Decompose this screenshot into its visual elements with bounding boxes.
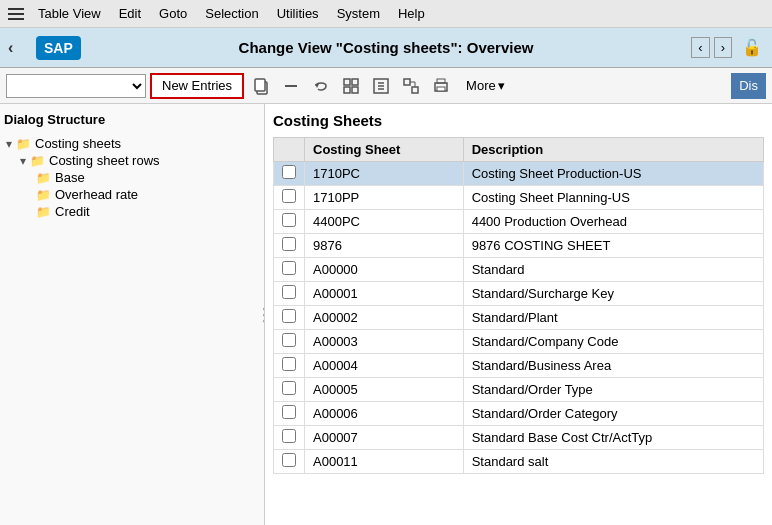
toolbar-select[interactable] bbox=[6, 74, 146, 98]
menu-selection[interactable]: Selection bbox=[197, 4, 266, 23]
cell-costing-sheet: A00007 bbox=[305, 426, 464, 450]
sidebar: Dialog Structure ▾ 📁 Costing sheets ▾ 📁 … bbox=[0, 104, 265, 525]
row-checkbox[interactable] bbox=[282, 261, 296, 275]
table-row[interactable]: 1710PCCosting Sheet Production-US bbox=[274, 162, 764, 186]
costing-table: Costing Sheet Description 1710PCCosting … bbox=[273, 137, 764, 474]
sidebar-item-costing-sheets[interactable]: ▾ 📁 Costing sheets bbox=[4, 135, 260, 152]
sidebar-label-costing-sheet-rows: Costing sheet rows bbox=[49, 153, 160, 168]
expand-icon-rows: ▾ bbox=[20, 154, 26, 168]
resize-handle[interactable] bbox=[263, 307, 265, 322]
detail-icon-button[interactable] bbox=[368, 73, 394, 99]
nav-left-button[interactable]: ‹ bbox=[691, 37, 709, 58]
undo-icon-button[interactable] bbox=[308, 73, 334, 99]
menu-system[interactable]: System bbox=[329, 4, 388, 23]
row-checkbox[interactable] bbox=[282, 189, 296, 203]
cell-costing-sheet: A00006 bbox=[305, 402, 464, 426]
cell-costing-sheet: A00003 bbox=[305, 330, 464, 354]
sidebar-item-overhead-rate[interactable]: 📁 Overhead rate bbox=[4, 186, 260, 203]
row-checkbox[interactable] bbox=[282, 405, 296, 419]
back-button[interactable]: ‹ bbox=[8, 39, 13, 57]
row-checkbox[interactable] bbox=[282, 285, 296, 299]
row-checkbox[interactable] bbox=[282, 237, 296, 251]
svg-rect-6 bbox=[344, 87, 350, 93]
main-layout: Dialog Structure ▾ 📁 Costing sheets ▾ 📁 … bbox=[0, 104, 772, 525]
cell-description: Costing Sheet Production-US bbox=[463, 162, 763, 186]
table-row[interactable]: 1710PPCosting Sheet Planning-US bbox=[274, 186, 764, 210]
svg-rect-12 bbox=[404, 79, 410, 85]
nav-right-button[interactable]: › bbox=[714, 37, 732, 58]
toolbar: New Entries bbox=[0, 68, 772, 104]
dis-button[interactable]: Dis bbox=[731, 73, 766, 99]
menu-edit[interactable]: Edit bbox=[111, 4, 149, 23]
dialog-structure-title: Dialog Structure bbox=[4, 112, 260, 127]
col-header-description: Description bbox=[463, 138, 763, 162]
table-row[interactable]: A00000Standard bbox=[274, 258, 764, 282]
sidebar-item-credit[interactable]: 📁 Credit bbox=[4, 203, 260, 220]
expand-icon: ▾ bbox=[6, 137, 12, 151]
row-checkbox[interactable] bbox=[282, 333, 296, 347]
row-checkbox[interactable] bbox=[282, 453, 296, 467]
cell-description: 4400 Production Overhead bbox=[463, 210, 763, 234]
cell-costing-sheet: A00002 bbox=[305, 306, 464, 330]
cell-description: Standard bbox=[463, 258, 763, 282]
cell-description: Standard/Plant bbox=[463, 306, 763, 330]
table-row[interactable]: 4400PC4400 Production Overhead bbox=[274, 210, 764, 234]
sap-logo[interactable]: SAP bbox=[36, 36, 81, 60]
table-row[interactable]: A00004Standard/Business Area bbox=[274, 354, 764, 378]
content-title: Costing Sheets bbox=[273, 112, 764, 129]
page-title: Change View "Costing sheets": Overview bbox=[239, 39, 534, 56]
cell-description: Standard salt bbox=[463, 450, 763, 474]
cell-costing-sheet: 9876 bbox=[305, 234, 464, 258]
relations-icon-button[interactable] bbox=[398, 73, 424, 99]
sidebar-label-costing-sheets: Costing sheets bbox=[35, 136, 121, 151]
table-row[interactable]: A00001Standard/Surcharge Key bbox=[274, 282, 764, 306]
svg-rect-5 bbox=[352, 79, 358, 85]
row-checkbox[interactable] bbox=[282, 213, 296, 227]
cell-costing-sheet: A00004 bbox=[305, 354, 464, 378]
print-icon-button[interactable] bbox=[428, 73, 454, 99]
cell-costing-sheet: A00005 bbox=[305, 378, 464, 402]
cell-costing-sheet: A00000 bbox=[305, 258, 464, 282]
table-row[interactable]: A00005Standard/Order Type bbox=[274, 378, 764, 402]
row-checkbox[interactable] bbox=[282, 357, 296, 371]
cell-costing-sheet: 1710PP bbox=[305, 186, 464, 210]
cell-description: Standard Base Cost Ctr/ActTyp bbox=[463, 426, 763, 450]
row-checkbox[interactable] bbox=[282, 381, 296, 395]
row-checkbox[interactable] bbox=[282, 309, 296, 323]
folder-icon-rows: 📁 bbox=[30, 154, 45, 168]
cell-costing-sheet: A00011 bbox=[305, 450, 464, 474]
table-row[interactable]: A00006Standard/Order Category bbox=[274, 402, 764, 426]
row-checkbox[interactable] bbox=[282, 165, 296, 179]
new-entries-button[interactable]: New Entries bbox=[150, 73, 244, 99]
menu-table-view[interactable]: Table View bbox=[30, 4, 109, 23]
lock-icon[interactable]: 🔓 bbox=[742, 38, 762, 57]
svg-rect-4 bbox=[344, 79, 350, 85]
more-button[interactable]: More ▾ bbox=[458, 76, 513, 95]
sidebar-item-costing-sheet-rows[interactable]: ▾ 📁 Costing sheet rows bbox=[4, 152, 260, 169]
row-checkbox[interactable] bbox=[282, 429, 296, 443]
nav-arrows: ‹ › bbox=[691, 37, 732, 58]
menu-goto[interactable]: Goto bbox=[151, 4, 195, 23]
table-row[interactable]: A00011Standard salt bbox=[274, 450, 764, 474]
table-row[interactable]: A00007Standard Base Cost Ctr/ActTyp bbox=[274, 426, 764, 450]
sidebar-item-base[interactable]: 📁 Base bbox=[4, 169, 260, 186]
move-icon-button[interactable] bbox=[338, 73, 364, 99]
content-area: Costing Sheets Costing Sheet Description… bbox=[265, 104, 772, 525]
menu-help[interactable]: Help bbox=[390, 4, 433, 23]
table-row[interactable]: A00003Standard/Company Code bbox=[274, 330, 764, 354]
col-header-costing-sheet: Costing Sheet bbox=[305, 138, 464, 162]
table-row[interactable]: A00002Standard/Plant bbox=[274, 306, 764, 330]
hamburger-menu[interactable] bbox=[4, 4, 28, 24]
table-row[interactable]: 98769876 COSTING SHEET bbox=[274, 234, 764, 258]
cell-description: 9876 COSTING SHEET bbox=[463, 234, 763, 258]
cell-costing-sheet: 1710PC bbox=[305, 162, 464, 186]
menu-bar: Table View Edit Goto Selection Utilities… bbox=[0, 0, 772, 28]
delete-icon-button[interactable] bbox=[278, 73, 304, 99]
folder-icon-base: 📁 bbox=[36, 171, 51, 185]
cell-description: Standard/Order Category bbox=[463, 402, 763, 426]
sidebar-label-overhead-rate: Overhead rate bbox=[55, 187, 138, 202]
cell-costing-sheet: A00001 bbox=[305, 282, 464, 306]
copy-icon-button[interactable] bbox=[248, 73, 274, 99]
svg-rect-13 bbox=[412, 87, 418, 93]
menu-utilities[interactable]: Utilities bbox=[269, 4, 327, 23]
